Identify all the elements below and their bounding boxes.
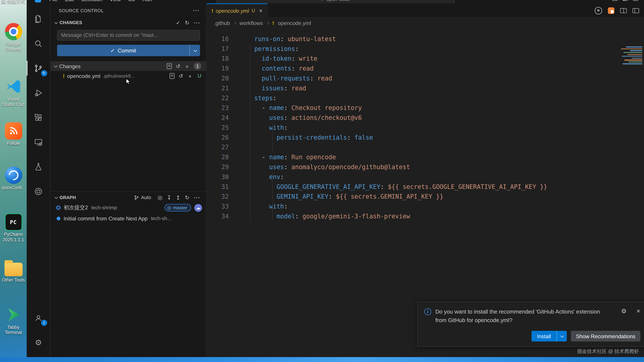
desktop-icon-other-tools[interactable]: Other Tools [0, 259, 27, 283]
breadcrumb-file[interactable]: opencode.yml [278, 20, 311, 26]
notification-settings-gear-icon[interactable]: ⚙ [621, 307, 626, 315]
install-button[interactable]: Install [531, 331, 567, 342]
refresh-icon[interactable]: ↻ [185, 20, 189, 25]
activity-bar-run-debug[interactable] [26, 83, 50, 103]
activity-bar-source-control[interactable]: ↻ [26, 58, 50, 78]
line-number: 25 [206, 123, 229, 133]
customize-layout-icon[interactable] [633, 0, 638, 1]
show-recommendations-button[interactable]: Show Recommendations [571, 331, 640, 342]
code-line[interactable]: 19 contents: read [206, 64, 644, 73]
open-file-icon[interactable] [170, 73, 174, 79]
commit-message-input[interactable] [57, 30, 200, 41]
sidebar-more-actions-icon[interactable]: ··· [193, 8, 200, 13]
commit-title: 初次提交2 [64, 204, 88, 211]
tab-close-icon[interactable]: × [259, 7, 262, 14]
activity-bar-search[interactable] [26, 34, 50, 53]
changes-tree-row[interactable]: Changes ↺ ＋ 1 [50, 61, 206, 71]
code-text: steps: [240, 93, 276, 103]
code-text: model: google/gemini-3-flash-preview [240, 211, 410, 221]
activity-bar-accounts[interactable]: 1 [26, 308, 50, 328]
notification-close-icon[interactable]: × [636, 307, 640, 315]
breadcrumb-folder[interactable]: workflows [240, 20, 263, 26]
desktop-icon-pycharm[interactable]: PC PyCharm 2025.1.1.1 [0, 213, 27, 243]
notification-message: Do you want to install the recommended '… [435, 307, 608, 325]
commit-check-icon[interactable]: ✓ [176, 20, 180, 25]
changes-tree-label: Changes [59, 63, 80, 69]
storeconfig-icon [5, 167, 22, 184]
desktop-icon-google-chrome[interactable]: Google Chrome [0, 23, 27, 52]
code-line[interactable]: 21 issues: read [206, 83, 644, 93]
commit-button[interactable]: ✓ Commit [57, 45, 200, 56]
push-icon[interactable]: ↥ [176, 195, 180, 200]
stage-changes-icon[interactable]: ＋ [187, 73, 193, 79]
menu-go[interactable]: Go [124, 0, 139, 3]
branch-icon [134, 195, 139, 200]
desktop-icon-visual-studio-code[interactable]: Visual Studio Cod [0, 78, 27, 107]
graph-section-header[interactable]: GRAPH Auto ◎ ↧ ↥ ↻ ··· [50, 193, 206, 202]
menu-run[interactable]: Run [139, 0, 156, 3]
menu-selection[interactable]: Selection [78, 0, 106, 3]
command-center-search[interactable]: open-code [216, 0, 454, 3]
menu-file[interactable]: File [46, 0, 61, 3]
status-bar[interactable] [0, 357, 644, 362]
tab-opencode-yml[interactable]: ! opencode.yml U × [206, 3, 268, 18]
target-icon[interactable]: ◎ [158, 195, 162, 200]
toggle-layout-icon[interactable] [632, 8, 639, 13]
pycharm-logo-text: PC [10, 219, 17, 225]
code-line[interactable]: 17 permissions: [206, 44, 644, 54]
desktop-icon-tabby-terminal[interactable]: Tabby Terminal [0, 306, 27, 335]
graph-commit-row[interactable]: Initial commit from Create Next App tech… [50, 213, 206, 224]
stage-all-icon[interactable]: ＋ [184, 63, 190, 69]
toggle-sidebar-icon[interactable] [623, 0, 628, 1]
discard-all-icon[interactable]: ↺ [176, 63, 180, 69]
code-line[interactable]: 23 - name: Checkout repository [206, 103, 644, 113]
line-number: 28 [206, 152, 229, 162]
warning-icon: ! [272, 20, 274, 26]
activity-bar-ai-extension[interactable] [26, 181, 50, 201]
code-text: contents: read [240, 64, 314, 73]
fetch-icon[interactable]: ↧ [167, 195, 172, 200]
menu-view[interactable]: View [106, 0, 124, 3]
code-line[interactable]: 29 uses: anomalyco/opencode/github@lates… [206, 162, 644, 172]
activity-bar-testing[interactable] [26, 157, 50, 177]
settings-gear-icon: ⚙ [35, 338, 42, 347]
graph-more-actions-icon[interactable]: ··· [194, 195, 200, 200]
code-line[interactable]: 22 steps: [206, 93, 644, 103]
activity-bar-settings[interactable]: ⚙ [26, 333, 50, 352]
desktop-icon-storeconfig[interactable]: storeConfi... [0, 167, 27, 190]
graph-section: GRAPH Auto ◎ ↧ ↥ ↻ ··· 初次提交2 tech-shrimp [50, 191, 206, 224]
breadcrumb: .github workflows ! opencode.yml [206, 17, 644, 28]
extension-toolbar-icon[interactable] [608, 7, 614, 14]
discard-changes-icon[interactable]: ↺ [178, 73, 183, 79]
activity-bar-remote-explorer[interactable] [26, 132, 50, 152]
breadcrumb-folder[interactable]: .github [214, 20, 230, 26]
graph-auto-toggle[interactable]: Auto [134, 195, 151, 200]
menu-edit[interactable]: Edit [61, 0, 78, 3]
changes-more-actions-icon[interactable]: ··· [194, 20, 200, 25]
minimap[interactable] [617, 45, 642, 78]
changes-section-header[interactable]: CHANGES ✓ ↻ ··· [50, 17, 206, 27]
desktop-icon-label: Follow [7, 141, 20, 146]
tab-git-status: U [252, 8, 255, 13]
activity-bar-explorer[interactable] [26, 9, 50, 29]
desktop-icon-follow[interactable]: Follow [0, 122, 27, 146]
refresh-icon[interactable]: ↻ [185, 195, 189, 200]
code-line[interactable]: 28 - name: Run opencode [206, 152, 644, 162]
tab-label: opencode.yml [216, 7, 249, 14]
graph-commit-row[interactable]: 初次提交2 tech-shrimp ◎ master ☁ [50, 202, 206, 213]
split-editor-icon[interactable] [620, 8, 627, 13]
code-line[interactable]: 20 pull-requests: read [206, 73, 644, 83]
code-line[interactable]: 24 uses: actions/checkout@v6 [206, 113, 644, 123]
view-as-tree-icon[interactable] [167, 63, 172, 69]
commit-dropdown-chevron[interactable] [189, 45, 200, 56]
activity-bar-extensions[interactable] [26, 108, 50, 127]
ai-assistant-icon[interactable]: ✳ [595, 7, 602, 14]
warning-icon: ! [212, 7, 213, 14]
branch-badge-master[interactable]: ◎ master [165, 204, 191, 211]
toggle-panel-icon[interactable] [612, 0, 618, 1]
code-text: issues: read [240, 83, 306, 93]
editor-actions: ✳ [595, 3, 639, 18]
install-dropdown-chevron[interactable] [557, 331, 567, 342]
code-line[interactable]: 18 id-token: write [206, 54, 644, 64]
code-line[interactable]: 16 runs-on: ubuntu-latest [206, 34, 644, 44]
